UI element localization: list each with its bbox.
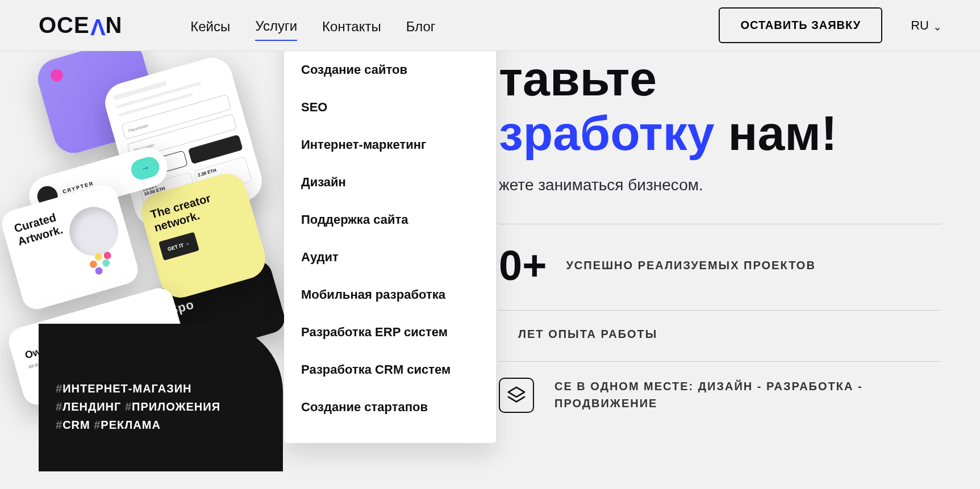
dd-item-marketing[interactable]: Интернет-маркетинг [284, 126, 496, 164]
tag-apps: ПРИЛОЖЕНИЯ [132, 400, 220, 413]
dd-item-seo[interactable]: SEO [284, 89, 496, 126]
hero-title-accent: зработку [499, 106, 715, 160]
layers-icon [499, 378, 534, 413]
hero-mockups: Placeholder Placeholder Escape II10.00 E… [39, 51, 226, 449]
language-switch[interactable]: RU [911, 18, 941, 33]
hero-title: тавьте зработку нам! [499, 51, 941, 160]
svg-marker-1 [508, 387, 524, 397]
mockup-curated-text: Curated Artwork. [12, 211, 64, 248]
hero-content: тавьте зработку нам! жете заниматься биз… [499, 51, 941, 449]
stat-years-label: ЛЕТ ОПЫТА РАБОТЫ [518, 328, 657, 341]
hero-title-c: нам! [715, 106, 837, 160]
dd-item-erp[interactable]: Разработка ERP систем [284, 314, 496, 351]
dd-item-support[interactable]: Поддержка сайта [284, 201, 496, 239]
hero-subtitle: жете заниматься бизнесом. [499, 176, 941, 194]
stat-years: ЛЕТ ОПЫТА РАБОТЫ [499, 310, 941, 346]
header-right: ОСТАВИТЬ ЗАЯВКУ RU [719, 7, 941, 43]
dd-item-mobile[interactable]: Мобильная разработка [284, 276, 496, 314]
tag-ecom: ИНТЕРНЕТ-МАГАЗИН [62, 382, 191, 395]
nav-item-blog[interactable]: Блог [406, 11, 436, 40]
dd-item-audit[interactable]: Аудит [284, 239, 496, 276]
brand-post: N [105, 12, 122, 38]
language-label: RU [911, 18, 929, 33]
brand-pre: OCE [39, 12, 90, 38]
brand-letter-v: V [90, 14, 106, 40]
primary-nav: Кейсы Услуги Контакты Блог [190, 10, 435, 41]
feature-text: СЕ В ОДНОМ МЕСТЕ: ДИЗАЙН - РАЗРАБОТКА - … [554, 378, 941, 412]
brand-logo[interactable]: OCEVN [39, 12, 122, 38]
dd-item-sites[interactable]: Создание сайтов [284, 51, 496, 89]
tag-crm: CRM [62, 419, 94, 431]
hero-title-a: тавьте [499, 51, 657, 106]
stat-projects-num: 0+ [499, 241, 547, 290]
tag-ads: РЕКЛАМА [101, 419, 160, 431]
chevron-down-icon [933, 22, 941, 30]
stat-projects-label: УСПЕШНО РЕАЛИЗУЕМЫХ ПРОЕКТОВ [566, 259, 816, 272]
dd-item-design[interactable]: Дизайн [284, 164, 496, 201]
stat-projects: 0+ УСПЕШНО РЕАЛИЗУЕМЫХ ПРОЕКТОВ [499, 224, 941, 295]
services-dropdown: Создание сайтов SEO Интернет-маркетинг Д… [284, 0, 496, 443]
nav-item-contacts[interactable]: Контакты [322, 11, 381, 40]
site-header: OCEVN Кейсы Услуги Контакты Блог ОСТАВИТ… [0, 0, 980, 51]
tag-landing: ЛЕНДИНГ [62, 400, 125, 413]
nav-item-cases[interactable]: Кейсы [190, 11, 230, 40]
mockup-card-curated: Curated Artwork. [0, 182, 141, 313]
dd-item-crm[interactable]: Разработка CRM систем [284, 351, 496, 388]
nav-item-services[interactable]: Услуги [255, 10, 297, 41]
header-cta-button[interactable]: ОСТАВИТЬ ЗАЯВКУ [719, 7, 882, 43]
dd-item-startups[interactable]: Создание стартапов [284, 388, 496, 426]
feature-row: СЕ В ОДНОМ МЕСТЕ: ДИЗАЙН - РАЗРАБОТКА - … [499, 361, 941, 413]
